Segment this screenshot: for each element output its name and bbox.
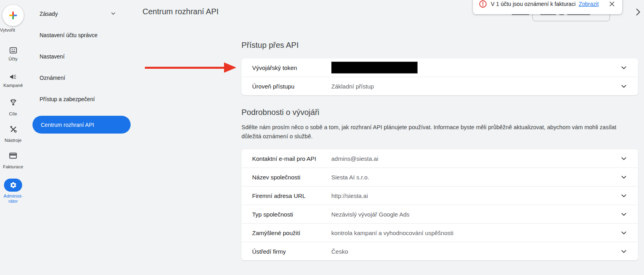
row-value: Siesta AI s.r.o. <box>331 174 369 181</box>
row-value: http://siesta.ai <box>331 192 368 199</box>
chevron-down-icon[interactable] <box>619 172 629 183</box>
section-heading-api-access: Přístup přes API <box>241 41 299 50</box>
page-title: Centrum rozhraní API <box>142 7 218 16</box>
subnav-item-pristup-a-zabezpeceni[interactable]: Přístup a zabezpečení <box>40 96 125 102</box>
gear-icon <box>9 181 17 189</box>
table-row-company-url[interactable]: Firemní adresa URL http://siesta.ai <box>241 186 638 205</box>
chevron-down-icon[interactable] <box>619 63 629 74</box>
chevron-down-icon[interactable] <box>619 154 629 165</box>
subnav-item-label: Nastavení účtu správce <box>40 32 97 38</box>
chevron-down-icon[interactable] <box>619 81 629 92</box>
row-value: admins@siesta.ai <box>331 155 378 162</box>
row-label: Firemní adresa URL <box>252 192 331 199</box>
red-annotation-arrow <box>145 67 225 69</box>
sidebar-item-accounts[interactable]: Účty <box>0 46 26 61</box>
api-access-card: Vývojářský token Úroveň přístupu Základn… <box>241 58 638 95</box>
sidebar-item-goals[interactable]: Cíle <box>0 98 26 116</box>
subnav-item-centrum-rozhrani-api-active[interactable]: Centrum rozhraní API <box>32 116 131 134</box>
chevron-right-icon[interactable] <box>633 7 643 18</box>
table-row-intended-use[interactable]: Zamýšlené použití kontrola kampaní a vyh… <box>241 223 638 242</box>
developer-details-card: Kontaktní e-mail pro API admins@siesta.a… <box>241 149 638 260</box>
sidebar-item-admin[interactable] <box>4 179 22 192</box>
row-value: Česko <box>331 248 348 255</box>
google-ads-admin-screen: Vytvořit Účty Kampaně <box>0 0 644 275</box>
credit-card-icon <box>8 155 18 162</box>
developer-details-description: Sdělte nám prosím něco o sobě a tom, jak… <box>241 123 617 141</box>
table-row-access-level[interactable]: Úroveň přístupu Základní přístup <box>241 77 638 95</box>
row-label: Ústředí firmy <box>252 248 331 255</box>
megaphone-icon <box>9 76 18 83</box>
multicolor-plus-icon <box>7 9 19 21</box>
subnav-item-oznameni[interactable]: Oznámení <box>40 75 125 81</box>
sidebar-item-admin-label-line1: Administ- <box>0 194 26 199</box>
sidebar-item-accounts-label: Účty <box>0 57 26 61</box>
billing-notification-banner: V 1 účtu jsou oznámení k fakturaci Zobra… <box>473 0 622 14</box>
subnav-item-nastaveni[interactable]: Nastavení <box>40 53 125 60</box>
row-label: Typ společnosti <box>252 211 331 218</box>
row-label: Vývojářský token <box>252 64 331 71</box>
sidebar-item-billing-label: Fakturace <box>0 164 26 169</box>
sidebar-item-campaigns-label: Kampaně <box>0 83 26 88</box>
row-value: Nezávislý vývojář Google Ads <box>331 211 410 218</box>
sidebar-item-campaigns[interactable]: Kampaně <box>0 72 26 88</box>
sidebar-item-goals-label: Cíle <box>0 111 26 116</box>
create-button[interactable] <box>2 5 24 26</box>
chevron-down-icon[interactable] <box>619 228 629 239</box>
table-row-headquarters[interactable]: Ústředí firmy Česko <box>241 242 638 260</box>
subnav-item-label: Nastavení <box>40 53 65 60</box>
table-row-contact-email[interactable]: Kontaktní e-mail pro API admins@siesta.a… <box>241 149 638 168</box>
section-heading-developer-details: Podrobnosti o vývojáři <box>241 108 319 117</box>
sidebar-item-tools[interactable]: Nástroje <box>0 125 26 143</box>
chevron-down-icon[interactable] <box>619 209 629 220</box>
sidebar-item-billing[interactable]: Fakturace <box>0 151 26 169</box>
notification-action-link[interactable]: Zobrazit <box>579 1 599 7</box>
row-label: Kontaktní e-mail pro API <box>252 155 331 162</box>
chevron-down-icon[interactable] <box>110 10 116 18</box>
table-row-company-type[interactable]: Typ společnosti Nezávislý vývojář Google… <box>241 205 638 223</box>
row-label: Zamýšlené použití <box>252 230 331 236</box>
subnav-item-label: Oznámení <box>40 75 65 81</box>
row-value: Základní přístup <box>331 83 374 90</box>
sidebar-item-admin-label-line2: rátor <box>0 199 26 204</box>
create-label: Vytvořit <box>0 28 26 32</box>
accounts-card-icon <box>9 49 18 56</box>
row-label: Úroveň přístupu <box>252 83 331 90</box>
table-row-developer-token[interactable]: Vývojářský token <box>241 58 638 77</box>
tools-icon <box>9 128 18 135</box>
subnav-item-nastaveni-uctu-spravce[interactable]: Nastavení účtu správce <box>40 32 125 38</box>
subnav-item-label: Přístup a zabezpečení <box>40 96 95 102</box>
icon-rail: Vytvořit Účty Kampaně <box>0 0 26 275</box>
subnav-item-label: Centrum rozhraní API <box>41 122 94 128</box>
row-label: Název společnosti <box>252 174 331 181</box>
trophy-icon <box>9 102 18 108</box>
sidebar-item-tools-label: Nástroje <box>0 138 26 143</box>
subnav-item-zasady-label: Zásady <box>40 11 58 17</box>
red-annotation-arrow-head <box>224 62 236 73</box>
row-value: kontrola kampaní a vyhodnocování uspěšno… <box>331 230 454 236</box>
notification-message: V 1 účtu jsou oznámení k fakturaci <box>491 1 576 7</box>
alert-icon <box>479 0 487 8</box>
table-row-company-name[interactable]: Název společnosti Siesta AI s.r.o. <box>241 168 638 186</box>
chevron-down-icon[interactable] <box>619 191 629 202</box>
close-icon[interactable] <box>608 0 616 8</box>
redacted-token-value <box>331 62 418 73</box>
chevron-down-icon[interactable] <box>619 247 629 258</box>
